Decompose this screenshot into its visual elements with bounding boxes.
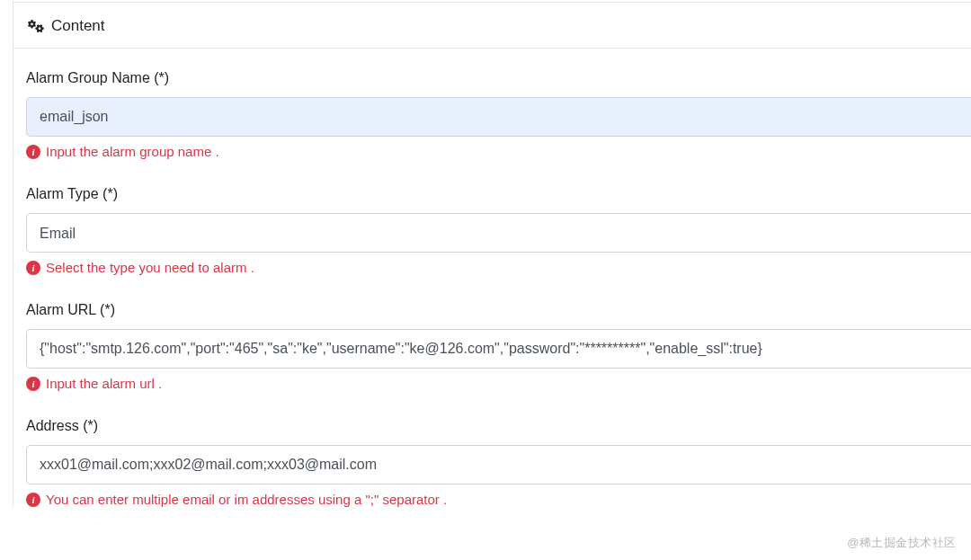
alarm-group-name-input[interactable] xyxy=(26,97,971,137)
info-icon: i xyxy=(26,261,40,275)
label-address: Address (*) xyxy=(26,418,971,434)
panel-body: Alarm Group Name (*) i Input the alarm g… xyxy=(13,49,971,507)
alarm-type-select[interactable]: Email xyxy=(26,213,971,253)
form-group-alarm-url: Alarm URL (*) i Input the alarm url . xyxy=(26,302,971,391)
info-icon: i xyxy=(26,493,40,507)
panel-header: Content xyxy=(13,3,971,49)
help-text: You can enter multiple email or im addre… xyxy=(46,492,447,507)
help-text: Select the type you need to alarm . xyxy=(46,260,254,275)
help-alarm-url: i Input the alarm url . xyxy=(26,376,971,391)
form-group-alarm-group-name: Alarm Group Name (*) i Input the alarm g… xyxy=(26,70,971,159)
alarm-url-input[interactable] xyxy=(26,329,971,369)
form-group-address: Address (*) i You can enter multiple ema… xyxy=(26,418,971,507)
watermark: @稀土掘金技术社区 xyxy=(847,535,957,551)
content-panel: Content Alarm Group Name (*) i Input the… xyxy=(13,2,971,507)
info-icon: i xyxy=(26,377,40,391)
help-text: Input the alarm url . xyxy=(46,376,162,391)
gears-icon xyxy=(28,18,44,34)
address-input[interactable] xyxy=(26,445,971,484)
panel-title: Content xyxy=(51,17,105,35)
help-address: i You can enter multiple email or im add… xyxy=(26,492,971,507)
form-group-alarm-type: Alarm Type (*) Email i Select the type y… xyxy=(26,186,971,275)
info-icon: i xyxy=(26,145,40,159)
help-alarm-type: i Select the type you need to alarm . xyxy=(26,260,971,275)
help-text: Input the alarm group name . xyxy=(46,144,219,159)
label-alarm-type: Alarm Type (*) xyxy=(26,186,971,202)
label-alarm-url: Alarm URL (*) xyxy=(26,302,971,318)
help-alarm-group-name: i Input the alarm group name . xyxy=(26,144,971,159)
label-alarm-group-name: Alarm Group Name (*) xyxy=(26,70,971,86)
